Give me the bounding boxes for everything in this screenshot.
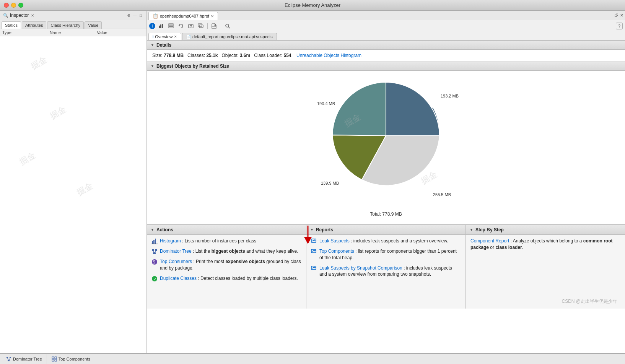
window-title: Eclipse Memory Analyzer — [285, 2, 340, 8]
right-panel: 📋 openheapdump0407.hprof ✕ 🗗 ✕ i — [147, 11, 625, 353]
svg-rect-20 — [153, 252, 156, 254]
svg-point-7 — [190, 25, 192, 27]
top-components-tab[interactable]: Top Components — [47, 354, 95, 364]
histogram-link[interactable]: Histogram — [160, 238, 181, 244]
panel-minimize-button[interactable]: — — [132, 13, 137, 18]
snapshot-link[interactable]: Leak Suspects by Snapshot Comparison — [319, 265, 402, 271]
dominator-tree-tab[interactable]: Dominator Tree — [2, 354, 47, 364]
overview-tab-close[interactable]: ✕ — [174, 35, 177, 39]
details-section-header[interactable]: ▼ Details — [147, 41, 625, 50]
tab-statics[interactable]: Statics — [2, 21, 21, 29]
topcomp-link[interactable]: Top Components — [319, 249, 354, 254]
table-body — [0, 36, 146, 353]
action-consumers: $ Top Consumers : Print the most expensi… — [151, 258, 301, 271]
camera-toolbar-btn[interactable] — [187, 22, 195, 30]
table-header: Type Name Value — [0, 29, 146, 36]
overview-tab-icon: i — [153, 35, 153, 39]
bottom-panels: ▼ Actions — [147, 224, 625, 309]
toolbar-divider-2 — [221, 23, 221, 29]
inspector-close-icon[interactable]: ✕ — [31, 13, 34, 18]
info-icon: i — [149, 23, 155, 29]
histogram-toolbar-btn[interactable] — [157, 22, 165, 30]
report-topcomp: Top Components : list reports for compon… — [311, 248, 461, 261]
svg-rect-15 — [153, 240, 155, 244]
toolbar-divider — [207, 23, 208, 29]
export-toolbar-btn[interactable] — [210, 22, 218, 30]
close-tab-button[interactable]: ✕ — [620, 13, 623, 18]
svg-rect-19 — [155, 249, 157, 251]
col-value: Value — [97, 30, 144, 35]
svg-rect-4 — [169, 25, 173, 26]
stepbystep-body: Component Report : Analyze objects which… — [466, 235, 625, 309]
help-icon[interactable]: ? — [616, 23, 623, 29]
leak-icon — [311, 238, 317, 244]
layers-toolbar-btn[interactable] — [197, 22, 205, 30]
actions-panel: ▼ Actions — [147, 225, 306, 309]
actions-title: Actions — [156, 227, 173, 232]
pie-section-header[interactable]: ▼ Biggest Objects by Retained Size — [147, 62, 625, 71]
file-tab[interactable]: 📋 openheapdump0407.hprof ✕ — [148, 12, 218, 20]
unreachable-link[interactable]: Unreachable Objects Histogram — [296, 53, 361, 58]
pie-label-3: 139.9 MB — [321, 181, 339, 185]
overview-content: ▼ Details Size: 778.9 MB Classes: 25.1k … — [147, 41, 625, 353]
leak-link[interactable]: Leak Suspects — [319, 238, 350, 244]
tab-attributes[interactable]: Attributes — [22, 21, 46, 29]
window-controls[interactable] — [4, 3, 23, 8]
report-leak: Leak Suspects : includes leak suspects a… — [311, 238, 461, 244]
action-histogram: Histogram : Lists number of instances pe… — [151, 238, 301, 244]
inspector-icon: 🔍 — [3, 13, 8, 18]
refresh-toolbar-btn[interactable] — [177, 22, 185, 30]
overview-tab-label: Overview — [155, 34, 173, 39]
reports-chevron: ▼ — [310, 228, 314, 232]
consumers-link[interactable]: Top Consumers — [160, 259, 192, 264]
topcomp-icon — [311, 249, 317, 255]
svg-rect-37 — [52, 359, 54, 361]
classes-label: Classes: — [187, 53, 205, 58]
dominator-tree-tab-icon — [6, 356, 11, 362]
leak-text: Leak Suspects : includes leak suspects a… — [319, 238, 448, 244]
stepbystep-title: Step By Step — [475, 227, 504, 232]
file-tab-close[interactable]: ✕ — [211, 14, 214, 18]
tab-class-hierarchy[interactable]: Class Hierarchy — [47, 21, 84, 29]
component-report-text: Component Report : Analyze objects which… — [470, 238, 620, 251]
dominator-text: Dominator Tree : List the biggest object… — [160, 248, 298, 255]
search-toolbar-btn[interactable] — [223, 22, 232, 30]
classloader-value: 554 — [284, 53, 291, 58]
pie-chart-container: 193.2 MB 190.4 MB 139.9 MB 255.5 MB — [306, 78, 466, 208]
duplicate-text: Duplicate Classes : Detect classes loade… — [160, 275, 298, 282]
svg-rect-35 — [52, 357, 54, 359]
svg-rect-30 — [7, 357, 8, 358]
component-report-link[interactable]: Component Report — [470, 238, 509, 244]
minimize-button[interactable] — [11, 3, 16, 8]
report-tab-label: default_report org.eclipse.mat.api:suspe… — [192, 34, 273, 39]
stepbystep-header: ▼ Step By Step — [466, 225, 625, 235]
maximize-button[interactable] — [18, 3, 23, 8]
duplicate-link[interactable]: Duplicate Classes — [160, 276, 197, 281]
svg-point-12 — [226, 24, 229, 27]
stepbystep-panel: ▼ Step By Step Component Report : Analyz… — [466, 225, 625, 309]
col-name: Name — [50, 30, 97, 35]
close-button[interactable] — [4, 3, 9, 8]
dominator-icon — [151, 249, 158, 255]
report-tab[interactable]: 📄 default_report org.eclipse.mat.api:sus… — [182, 33, 277, 40]
svg-line-13 — [229, 27, 230, 29]
restore-button[interactable]: 🗗 — [614, 13, 618, 18]
table-toolbar-btn[interactable] — [167, 22, 175, 30]
stepbystep-chevron: ▼ — [470, 228, 473, 232]
consumers-text: Top Consumers : Print the most expensive… — [160, 258, 301, 271]
dominator-link[interactable]: Dominator Tree — [160, 249, 192, 254]
classes-value: 25.1k — [206, 53, 218, 58]
panel-maximize-button[interactable]: □ — [138, 13, 143, 18]
pie-label-4: 255.5 MB — [433, 192, 451, 197]
objects-value: 3.6m — [240, 53, 250, 58]
svg-text:$: $ — [153, 260, 155, 264]
panel-controls: ⚙ — □ — [126, 13, 143, 18]
panel-settings-button[interactable]: ⚙ — [126, 13, 131, 18]
col-type: Type — [2, 30, 50, 35]
left-panel: 🔍 Inspector ✕ ⚙ — □ Statics Attributes C… — [0, 11, 147, 353]
tab-value[interactable]: Value — [85, 21, 102, 29]
top-components-tab-label: Top Components — [59, 357, 90, 361]
overview-tab[interactable]: i Overview ✕ — [148, 33, 181, 40]
pie-chevron-icon: ▼ — [151, 64, 154, 68]
svg-rect-18 — [152, 249, 154, 251]
